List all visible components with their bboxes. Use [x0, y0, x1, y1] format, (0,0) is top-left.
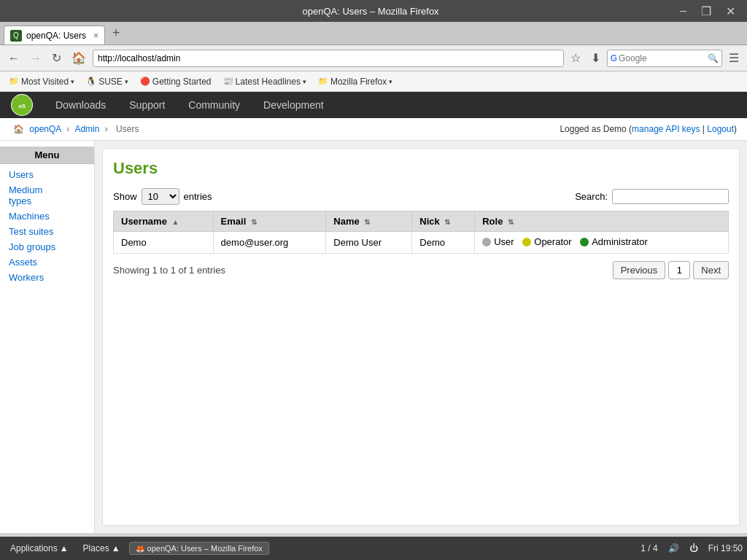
- previous-button[interactable]: Previous: [613, 261, 666, 279]
- pagination-info: Showing 1 to 1 of 1 entries: [113, 265, 225, 276]
- breadcrumb-openqa[interactable]: openQA: [29, 124, 61, 134]
- places-arrow-icon: ▲: [112, 543, 120, 553]
- getting-started-icon: 🔴: [140, 77, 150, 86]
- sidebar-item-job-groups[interactable]: Job groups: [0, 239, 94, 254]
- next-button[interactable]: Next: [693, 261, 729, 279]
- bookmark-arrow-icon: ▾: [389, 78, 392, 85]
- power-icon[interactable]: ⏻: [689, 543, 698, 553]
- places-label: Places: [83, 543, 109, 553]
- site-logo[interactable]: oS: [7, 94, 36, 116]
- bookmark-most-visited[interactable]: 📁 Most Visited ▾: [4, 75, 79, 88]
- page-title: Users: [113, 159, 729, 178]
- home-icon: 🏠: [13, 124, 24, 134]
- table-search-input[interactable]: [612, 189, 729, 204]
- column-name[interactable]: Name ⇅: [326, 211, 412, 232]
- applications-button[interactable]: Applications ▲: [4, 542, 74, 555]
- places-button[interactable]: Places ▲: [77, 542, 126, 555]
- search-input[interactable]: [619, 53, 706, 63]
- role-label-administrator: Administrator: [592, 236, 648, 247]
- bookmark-arrow-icon: ▾: [303, 78, 306, 85]
- sidebar-item-users[interactable]: Users: [0, 167, 94, 182]
- bookmark-mozilla-firefox[interactable]: 📁 Mozilla Firefox ▾: [314, 75, 397, 88]
- home-button[interactable]: 🏠: [68, 50, 90, 66]
- forward-button[interactable]: →: [26, 50, 45, 66]
- nav-development[interactable]: Development: [252, 92, 336, 118]
- breadcrumb-current: Users: [116, 124, 139, 134]
- site-nav: oS Downloads Support Community Developme…: [0, 92, 747, 118]
- search-button[interactable]: 🔍: [708, 53, 719, 63]
- bookmark-label: SUSE: [98, 77, 123, 87]
- role-operator: Operator: [522, 236, 571, 247]
- url-input[interactable]: [93, 50, 564, 67]
- cell-username: Demo: [114, 232, 214, 254]
- breadcrumb-separator: ›: [66, 124, 71, 134]
- back-button[interactable]: ←: [4, 50, 23, 66]
- svg-text:oS: oS: [18, 103, 26, 109]
- window-controls: – ❒ ✕: [676, 3, 740, 20]
- address-bar: ← → ↻ 🏠 ☆ ⬇ G 🔍 ☰: [0, 45, 747, 71]
- sidebar-item-medium-types[interactable]: Mediumtypes: [0, 182, 94, 209]
- bookmark-suse[interactable]: 🐧 SUSE ▾: [82, 75, 133, 88]
- show-select[interactable]: 10 25 50 100: [142, 188, 179, 205]
- column-email[interactable]: Email ⇅: [213, 211, 326, 232]
- column-username[interactable]: Username ▲: [114, 211, 214, 232]
- window-title: openQA: Users – Mozilla Firefox: [66, 6, 676, 17]
- sort-icon-email: ⇅: [251, 218, 257, 226]
- role-dot-administrator: [580, 238, 589, 246]
- role-label-operator: Operator: [534, 236, 571, 247]
- downloads-button[interactable]: ⬇: [587, 50, 604, 66]
- maximize-button[interactable]: ❒: [697, 3, 716, 20]
- taskbar-active-window[interactable]: 🦊 openQA: Users – Mozilla Firefox: [129, 542, 269, 555]
- tab-favicon: Q: [10, 30, 22, 42]
- sidebar-item-machines[interactable]: Machines: [0, 209, 94, 224]
- bookmark-arrow-icon: ▾: [125, 78, 128, 85]
- bookmark-arrow-icon: ▾: [71, 78, 74, 85]
- search-box-wrap: G 🔍: [607, 50, 722, 67]
- taskbar: Applications ▲ Places ▲ 🦊 openQA: Users …: [0, 537, 747, 560]
- applications-label: Applications: [10, 543, 58, 553]
- bookmark-star-button[interactable]: ☆: [567, 50, 584, 66]
- role-user: User: [482, 236, 514, 247]
- search-area: Search:: [575, 189, 729, 204]
- tab-close-button[interactable]: ×: [93, 31, 98, 41]
- tab-openqa-users[interactable]: Q openQA: Users ×: [4, 26, 105, 44]
- role-dot-user: [482, 238, 491, 246]
- column-role[interactable]: Role ⇅: [475, 211, 729, 232]
- close-button[interactable]: ✕: [721, 3, 740, 20]
- search-engine-icon: G: [611, 53, 617, 63]
- nav-support[interactable]: Support: [117, 92, 177, 118]
- content-area: Users Show 10 25 50 100 entries Search:: [102, 148, 740, 526]
- breadcrumb-bar: 🏠 openQA › Admin › Users Logged as Demo …: [0, 118, 747, 141]
- entries-label: entries: [184, 191, 212, 202]
- volume-icon[interactable]: 🔊: [668, 543, 679, 553]
- headlines-icon: 📰: [223, 77, 233, 86]
- nav-downloads[interactable]: Downloads: [44, 92, 117, 118]
- refresh-button[interactable]: ↻: [48, 50, 65, 66]
- minimize-button[interactable]: –: [676, 3, 691, 19]
- new-tab-button[interactable]: +: [108, 26, 125, 41]
- sidebar: Menu Users Mediumtypes Machines Test sui…: [0, 141, 95, 533]
- bookmark-label: Mozilla Firefox: [330, 77, 387, 87]
- browser-menu-button[interactable]: ☰: [725, 50, 743, 66]
- role-dot-operator: [522, 238, 531, 246]
- bookmark-latest-headlines[interactable]: 📰 Latest Headlines ▾: [219, 75, 311, 88]
- breadcrumb-admin[interactable]: Admin: [74, 124, 99, 134]
- suse-icon: 🐧: [86, 77, 96, 86]
- cell-email: demo@user.org: [213, 232, 326, 254]
- manage-api-keys-link[interactable]: manage API keys: [632, 124, 700, 134]
- bookmark-label: Most Visited: [21, 77, 69, 87]
- nav-community[interactable]: Community: [177, 92, 252, 118]
- sidebar-item-assets[interactable]: Assets: [0, 254, 94, 270]
- sidebar-item-workers[interactable]: Workers: [0, 270, 94, 285]
- bookmark-label: Latest Headlines: [236, 77, 301, 87]
- firefox-icon: 📁: [318, 77, 328, 86]
- sort-icon-name: ⇅: [364, 218, 370, 226]
- bookmark-getting-started[interactable]: 🔴 Getting Started: [136, 75, 216, 88]
- cell-nick: Demo: [412, 232, 475, 254]
- column-nick[interactable]: Nick ⇅: [412, 211, 475, 232]
- logout-link[interactable]: Logout: [707, 124, 734, 134]
- role-administrator: Administrator: [580, 236, 648, 247]
- title-bar: openQA: Users – Mozilla Firefox – ❒ ✕: [0, 0, 747, 22]
- sidebar-item-test-suites[interactable]: Test suites: [0, 224, 94, 239]
- show-label: Show: [113, 191, 137, 202]
